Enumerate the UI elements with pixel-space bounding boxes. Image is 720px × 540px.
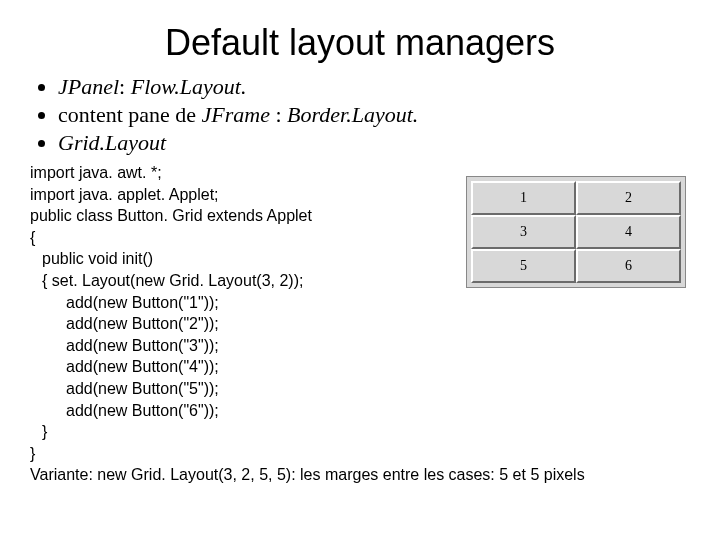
code-line: add(new Button("3")); [30, 335, 456, 357]
bullet-item: content pane de JFrame : Border.Layout. [58, 102, 690, 128]
grid-container: 1 2 3 4 5 6 [466, 176, 686, 288]
variant-highlight: 5, 5 [259, 466, 286, 483]
code-line: add(new Button("6")); [30, 400, 456, 422]
bullet-list: JPanel: Flow.Layout. content pane de JFr… [30, 74, 690, 156]
page-title: Default layout managers [30, 22, 690, 64]
bullet-text: content pane de [58, 102, 202, 127]
grid-layout-figure: 1 2 3 4 5 6 [466, 176, 686, 288]
variant-post: ): les marges entre les cases: 5 et 5 pi… [286, 466, 585, 483]
bullet-sep: : [119, 74, 131, 99]
code-line: { [30, 227, 456, 249]
code-line: add(new Button("2")); [30, 313, 456, 335]
code-line: public void init() [30, 248, 456, 270]
bullet-suffix: Border.Layout. [287, 102, 418, 127]
grid-button-6[interactable]: 6 [576, 249, 681, 283]
code-line: add(new Button("1")); [30, 292, 456, 314]
code-block: import java. awt. *; import java. applet… [30, 162, 456, 464]
code-line: { set. Layout(new Grid. Layout(3, 2)); [30, 270, 456, 292]
code-line: import java. applet. Applet; [30, 184, 456, 206]
code-line: add(new Button("5")); [30, 378, 456, 400]
slide: Default layout managers JPanel: Flow.Lay… [0, 0, 720, 494]
code-line: } [30, 443, 456, 465]
variant-note: Variante: new Grid. Layout(3, 2, 5, 5): … [30, 466, 690, 484]
code-line: } [30, 421, 456, 443]
bullet-item: Grid.Layout [58, 130, 690, 156]
variant-pre: Variante: new Grid. Layout(3, 2, [30, 466, 259, 483]
bullet-suffix: Flow.Layout. [131, 74, 247, 99]
bullet-item: JPanel: Flow.Layout. [58, 74, 690, 100]
code-line: public class Button. Grid extends Applet [30, 205, 456, 227]
grid-button-3[interactable]: 3 [471, 215, 576, 249]
grid-button-4[interactable]: 4 [576, 215, 681, 249]
code-and-figure: import java. awt. *; import java. applet… [30, 162, 690, 464]
bullet-text: JPanel [58, 74, 119, 99]
grid-button-1[interactable]: 1 [471, 181, 576, 215]
bullet-sep: : [270, 102, 287, 127]
code-line: add(new Button("4")); [30, 356, 456, 378]
grid-button-2[interactable]: 2 [576, 181, 681, 215]
grid-button-5[interactable]: 5 [471, 249, 576, 283]
bullet-text: Grid.Layout [58, 130, 166, 155]
bullet-mid: JFrame [202, 102, 270, 127]
code-line: import java. awt. *; [30, 162, 456, 184]
